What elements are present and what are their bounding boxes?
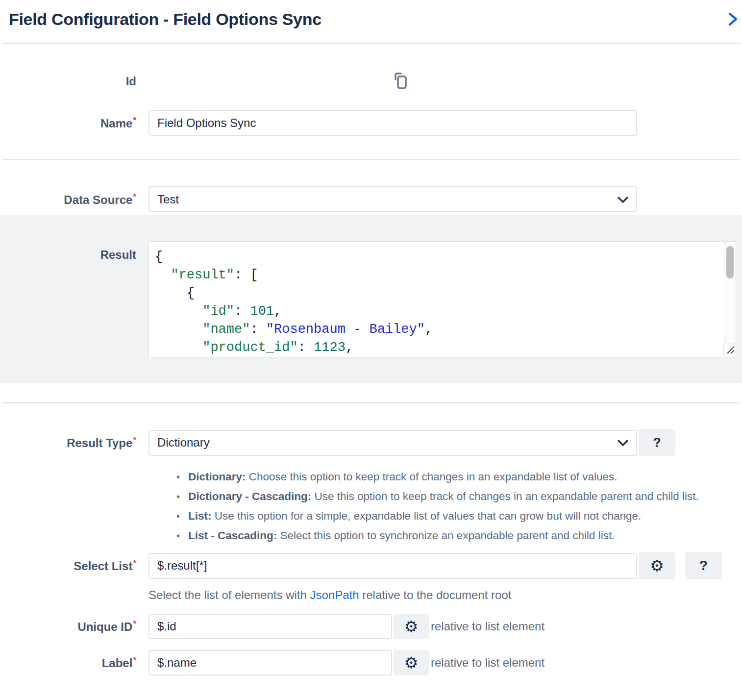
select-list-hint: Select the list of elements with JsonPat… (148, 588, 742, 602)
chevron-down-icon (618, 193, 628, 206)
name-label: Name (100, 117, 132, 130)
scrollbar-track[interactable] (724, 242, 736, 344)
code-line: "result": [ (155, 266, 716, 284)
label-hint: relative to list element (431, 656, 544, 670)
hint-text: relative to the document root (359, 588, 512, 601)
unique-id-label: Unique ID (77, 620, 132, 633)
required-asterisk: * (133, 558, 136, 568)
result-type-option: List - Cascading: Select this option to … (175, 526, 742, 546)
select-list-row: Select List* ⚙ ? (0, 552, 742, 579)
result-type-row: Result Type* Dictionary ? (0, 429, 742, 456)
page-title: Field Configuration - Field Options Sync (9, 10, 322, 28)
header-divider (2, 43, 740, 44)
code-line: "id": 101, (155, 302, 716, 321)
panel-header: Field Configuration - Field Options Sync (0, 0, 742, 43)
jsonpath-link[interactable]: JsonPath (310, 588, 359, 601)
required-asterisk: * (133, 116, 136, 125)
result-type-select[interactable]: Dictionary (148, 430, 637, 456)
gear-icon: ⚙ (404, 655, 419, 671)
chevron-right-icon (727, 21, 739, 28)
label-field-label: Label (102, 656, 133, 670)
collapse-panel-button[interactable] (726, 11, 740, 29)
name-input[interactable] (148, 110, 637, 136)
unique-id-input[interactable] (148, 614, 392, 639)
code-line: { (155, 284, 716, 302)
required-asterisk: * (133, 619, 136, 628)
result-type-option: Dictionary - Cascading: Use this option … (175, 487, 742, 506)
result-code-viewer[interactable]: { "result": [ { "id": 101, "name": "Rose… (148, 241, 736, 357)
select-list-settings-button[interactable]: ⚙ (639, 552, 675, 579)
gear-icon: ⚙ (650, 558, 664, 574)
section-divider (2, 402, 740, 403)
id-row: Id (0, 72, 742, 91)
data-source-selected-value: Test (157, 193, 179, 206)
result-code: { "result": [ { "id": 101, "name": "Rose… (149, 242, 736, 357)
copy-id-button[interactable] (394, 72, 407, 92)
hint-text: Select the list of elements with (148, 588, 310, 601)
result-section: Result { "result": [ { "id": 101, "name"… (0, 215, 742, 383)
section-divider (2, 159, 740, 160)
data-source-label: Data Source (64, 193, 132, 206)
data-source-row: Data Source* Test (0, 186, 742, 212)
chevron-down-icon (618, 436, 628, 450)
required-asterisk: * (133, 435, 136, 445)
unique-id-hint: relative to list element (431, 620, 544, 633)
result-type-label: Result Type (67, 436, 132, 450)
code-line: "product_id": 1123, (155, 339, 716, 357)
data-source-select[interactable]: Test (148, 186, 637, 212)
label-row: Label* ⚙ relative to list element (0, 650, 742, 675)
result-type-selected-value: Dictionary (157, 436, 210, 450)
unique-id-row: Unique ID* ⚙ relative to list element (0, 614, 742, 639)
id-label: Id (0, 75, 136, 88)
label-input[interactable] (148, 650, 392, 675)
copy-icon (394, 72, 407, 92)
result-type-option: List: Use this option for a simple, expa… (175, 506, 742, 526)
name-row: Name* (0, 110, 742, 136)
gear-icon: ⚙ (404, 619, 419, 634)
result-type-options: Dictionary: Choose this option to keep t… (175, 467, 742, 546)
required-asterisk: * (133, 192, 136, 201)
scrollbar-thumb[interactable] (726, 246, 734, 278)
code-line: { (155, 248, 716, 266)
required-asterisk: * (133, 655, 136, 665)
resize-handle[interactable] (723, 344, 736, 357)
result-label: Result (0, 248, 136, 262)
select-list-help-button[interactable]: ? (685, 552, 722, 579)
result-type-help-button[interactable]: ? (639, 429, 675, 456)
code-line: "name": "Rosenbaum - Bailey", (155, 321, 716, 339)
result-row: Result { "result": [ { "id": 101, "name"… (0, 241, 742, 357)
select-list-label: Select List (74, 559, 132, 573)
label-settings-button[interactable]: ⚙ (394, 650, 429, 675)
resize-grip-icon (725, 344, 736, 357)
unique-id-settings-button[interactable]: ⚙ (394, 614, 429, 639)
select-list-input[interactable] (148, 553, 637, 579)
result-type-option: Dictionary: Choose this option to keep t… (175, 467, 742, 487)
